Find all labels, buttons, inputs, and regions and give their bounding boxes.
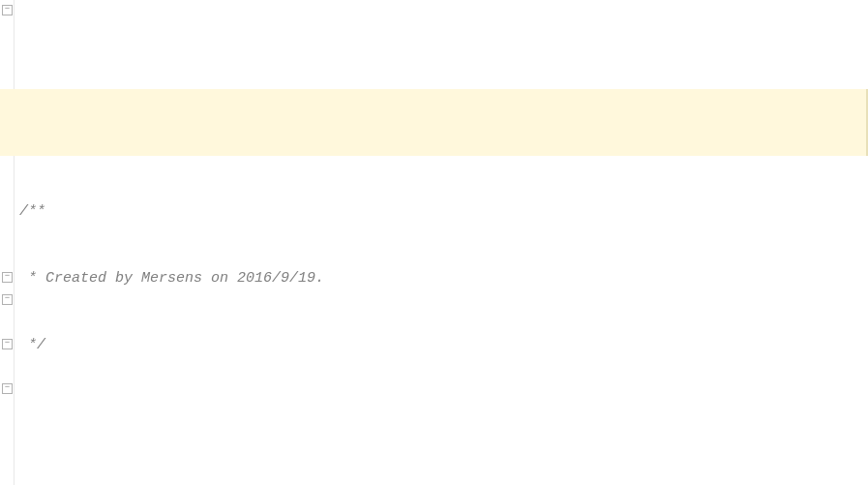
doc-line: * Created by Mersens on 2016/9/19.	[14, 267, 868, 289]
doc-text: */	[19, 337, 45, 353]
fold-handle-icon[interactable]	[2, 5, 13, 15]
code-area[interactable]: /** * Created by Mersens on 2016/9/19. *…	[0, 89, 868, 485]
code-editor[interactable]: /** * Created by Mersens on 2016/9/19. *…	[0, 0, 868, 485]
blank-line	[14, 423, 868, 445]
doc-block-bg	[0, 89, 868, 156]
doc-line: /**	[14, 200, 868, 223]
doc-text: /**	[19, 203, 45, 220]
doc-text: * Created by Mersens on 2016/9/19.	[19, 270, 324, 287]
doc-line: */	[14, 334, 868, 356]
